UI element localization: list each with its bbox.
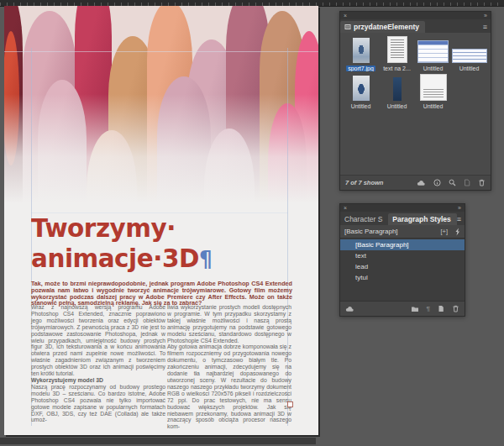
body-paragraph: Wraz z najnowszą wersją programu Adobe P… — [31, 304, 165, 377]
close-panel-icon[interactable]: × — [344, 13, 347, 18]
style-row[interactable]: lead — [340, 261, 465, 272]
lead-text-frame[interactable]: Tak, może to brzmi nieprawdopodobnie, je… — [31, 281, 292, 307]
paragraph-styles-tab-label: Paragraph Styles — [392, 215, 450, 223]
library-item-thumbnail — [420, 74, 447, 101]
library-item[interactable]: sport7.jpg — [343, 37, 379, 71]
body-column-left[interactable]: Wraz z najnowszą wersją programu Adobe P… — [31, 304, 165, 423]
library-item-label: Untitled — [386, 103, 409, 109]
library-item[interactable]: text na 2... — [379, 37, 415, 71]
search-subset-icon[interactable] — [449, 179, 456, 186]
library-item[interactable]: Untitled — [451, 37, 487, 71]
new-style-icon[interactable] — [438, 305, 444, 312]
tab-przydatne-elementy[interactable]: przydatneElementy — [340, 21, 425, 33]
library-icon — [344, 24, 351, 30]
styles-bottom-bar: ¶ — [340, 302, 465, 316]
redefine-style-bolt-icon[interactable] — [454, 228, 460, 236]
styles-panel-titlebar: × » — [340, 204, 465, 212]
panel-menu-icon[interactable]: ≡ — [457, 215, 465, 225]
library-panel: × » przydatneElementy ≡ sport7.jpg text … — [339, 11, 491, 191]
collapse-panel-icon[interactable]: » — [458, 205, 461, 211]
style-name: tytul — [355, 274, 368, 281]
new-item-icon[interactable] — [464, 179, 470, 186]
library-item[interactable]: Untitled — [415, 37, 451, 71]
delete-style-icon[interactable] — [452, 305, 459, 312]
delete-item-icon[interactable] — [478, 179, 486, 186]
library-item[interactable]: Untitled — [415, 75, 451, 109]
library-status-bar: 7 of 7 shown — [340, 175, 491, 190]
cc-libraries-icon[interactable] — [345, 306, 354, 312]
collapse-panel-icon[interactable]: » — [484, 13, 487, 18]
library-item-label: Untitled — [349, 103, 373, 109]
panel-menu-icon[interactable]: ≡ — [483, 23, 491, 33]
current-style-label: [Basic Paragraph] — [344, 228, 398, 235]
style-name: lead — [355, 263, 368, 270]
cc-libraries-icon[interactable] — [417, 180, 426, 186]
paragraph-styles-panel: × » Character S Paragraph Styles ≡ [Basi… — [339, 203, 465, 317]
library-panel-titlebar: × » — [340, 12, 491, 19]
library-item-thumbnail — [393, 77, 402, 101]
style-row[interactable]: [Basic Paragraph] — [340, 239, 465, 250]
styles-panel-tabs: Character S Paragraph Styles ≡ — [340, 212, 465, 225]
library-item[interactable]: Untitled — [379, 75, 415, 109]
text-overflow-port[interactable] — [287, 401, 293, 407]
library-item[interactable]: Untitled — [343, 75, 379, 109]
library-tab-label: przydatneElementy — [354, 23, 419, 31]
body-paragraph: Aby gotowa animacja dobrze komponowała s… — [167, 344, 291, 430]
library-item-label: Untitled — [422, 66, 445, 71]
tab-character-styles[interactable]: Character S — [340, 213, 388, 225]
character-styles-tab-label: Character S — [344, 215, 382, 223]
headline-text-frame[interactable]: Tworzymy· animacje·3D¶ — [31, 213, 286, 275]
body-column-right[interactable]: liwia wykorzystanie prostych modeli dost… — [167, 304, 291, 430]
body-paragraph: Naszą pracę rozpoczynamy od budowy prost… — [31, 384, 165, 423]
style-name: text — [355, 252, 366, 260]
body-paragraph: liwia wykorzystanie prostych modeli dost… — [167, 304, 291, 344]
library-item-thumbnail — [417, 40, 449, 63]
library-item-thumbnail — [387, 36, 407, 63]
item-info-icon[interactable] — [433, 179, 441, 186]
library-count-label: 7 of 7 shown — [345, 179, 383, 186]
clear-overrides-icon[interactable]: ¶ — [427, 305, 430, 312]
library-panel-tabs: przydatneElementy ≡ — [340, 19, 491, 33]
library-item-label: Untitled — [422, 103, 445, 109]
library-item-label: Untitled — [458, 66, 481, 71]
library-item-label: sport7.jpg — [346, 66, 375, 71]
styles-list: [Basic Paragraph] text lead tytul — [340, 238, 465, 302]
headline-line2: animacje·3D — [31, 243, 199, 273]
body-subhead: Wykorzystujemy model 3D — [31, 377, 165, 384]
styles-controls-row: [Basic Paragraph] [+] — [340, 225, 465, 238]
photo-white-fade — [4, 6, 318, 216]
horizontal-guide — [4, 51, 318, 52]
library-item-thumbnail — [353, 38, 370, 63]
style-group-folder-icon[interactable] — [411, 306, 419, 312]
library-item-thumbnail — [452, 49, 487, 63]
document-page[interactable]: Tworzymy· animacje·3D¶ Tak, może to brzm… — [4, 6, 318, 435]
new-override-icon[interactable]: [+] — [440, 228, 448, 235]
close-panel-icon[interactable]: × — [344, 205, 347, 211]
lipstick-photo-frame[interactable] — [4, 6, 318, 216]
pasteboard-strip — [0, 438, 316, 444]
style-row[interactable]: text — [340, 250, 465, 261]
headline-line1: Tworzymy· — [31, 213, 176, 243]
library-item-label: text na 2... — [381, 66, 412, 71]
style-row[interactable]: tytul — [340, 272, 465, 283]
style-name: [Basic Paragraph] — [355, 241, 409, 249]
library-items-grid: sport7.jpg text na 2... Untitled Untitle… — [340, 33, 491, 175]
pilcrow-mark: ¶ — [199, 247, 212, 272]
tab-paragraph-styles[interactable]: Paragraph Styles — [388, 213, 456, 225]
library-item-thumbnail — [353, 76, 370, 101]
